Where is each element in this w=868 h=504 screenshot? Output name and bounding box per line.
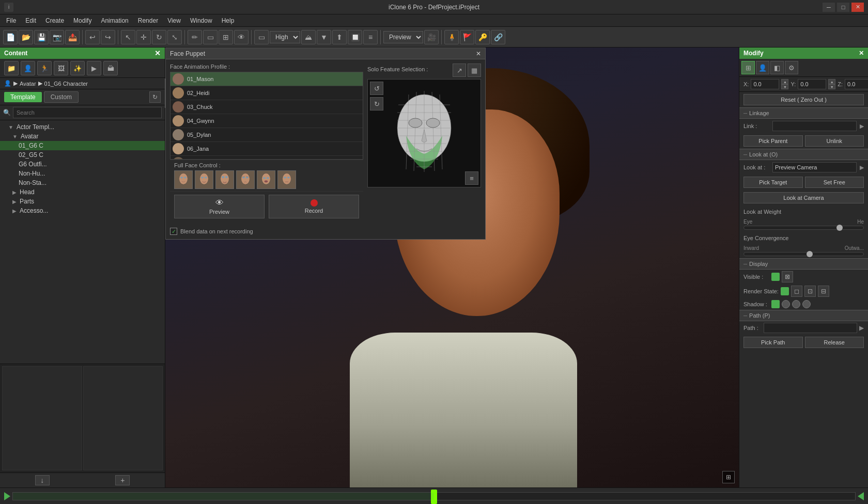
solo-reset-btn[interactable]: ↻ bbox=[370, 97, 383, 111]
profile-item-more[interactable]: ... bbox=[171, 156, 363, 160]
display-divider[interactable]: ─ Display bbox=[739, 258, 868, 270]
profile-item-dylan[interactable]: 05_Dylan bbox=[171, 128, 363, 142]
y-spin-down[interactable]: ▼ bbox=[828, 84, 835, 89]
content-icon-motion[interactable]: 🏃 bbox=[37, 61, 52, 75]
menu-edit[interactable]: Edit bbox=[21, 16, 40, 25]
menu-create[interactable]: Create bbox=[41, 16, 68, 25]
shadow-green-btn[interactable] bbox=[771, 300, 780, 308]
menu-render[interactable]: Render bbox=[134, 16, 162, 25]
convergence-track[interactable] bbox=[743, 252, 864, 256]
breadcrumb-g6[interactable]: 01_G6 Character bbox=[44, 81, 88, 87]
timeline-slider[interactable] bbox=[12, 492, 856, 500]
tree-item-accessories[interactable]: ▶ Accesso... bbox=[0, 206, 165, 215]
render-green-btn[interactable] bbox=[781, 287, 789, 295]
toolbar-link[interactable]: 🔗 bbox=[491, 30, 505, 44]
tree-item-g6outfit[interactable]: G6 Outfi... bbox=[0, 160, 165, 169]
blend-checkbox[interactable] bbox=[170, 228, 177, 235]
toolbar-move[interactable]: ✛ bbox=[136, 30, 151, 44]
solo-export-btn[interactable]: ↗ bbox=[453, 64, 466, 77]
menu-view[interactable]: View bbox=[163, 16, 185, 25]
face-thumb-2[interactable] bbox=[195, 170, 213, 189]
tree-item-parts[interactable]: ▶ Parts bbox=[0, 197, 165, 206]
content-icon-folder[interactable]: 📁 bbox=[4, 61, 19, 75]
render-cube-btn[interactable]: ◻ bbox=[791, 286, 802, 297]
quality-dropdown[interactable]: High bbox=[270, 31, 300, 43]
tree-item-head[interactable]: ▶ Head bbox=[0, 187, 165, 197]
content-icon-effect[interactable]: ✨ bbox=[70, 61, 85, 75]
mod-icon-physics[interactable]: ⚙ bbox=[785, 61, 798, 74]
pick-target-btn[interactable]: Pick Target bbox=[743, 177, 803, 188]
face-thumb-3[interactable] bbox=[215, 170, 234, 189]
look-at-input[interactable] bbox=[772, 162, 857, 172]
render-solid-btn[interactable]: ⊟ bbox=[818, 286, 829, 297]
face-thumb-1[interactable] bbox=[174, 170, 193, 189]
toolbar-up[interactable]: ⬆ bbox=[332, 30, 347, 44]
toolbar-char[interactable]: 🧍 bbox=[444, 30, 459, 44]
menu-modify[interactable]: Modify bbox=[69, 16, 96, 25]
shadow-circle2-btn[interactable] bbox=[792, 300, 800, 308]
record-button[interactable]: Record bbox=[269, 195, 359, 218]
x-input[interactable] bbox=[751, 79, 779, 89]
preview-dropdown[interactable]: Preview bbox=[383, 31, 423, 43]
viewport[interactable]: Fps: 60.00 Face Puppet ✕ Face Animation … bbox=[165, 48, 739, 487]
eye-weight-track[interactable] bbox=[743, 226, 864, 230]
mod-icon-avatar[interactable]: 👤 bbox=[756, 61, 769, 74]
profile-item-jana[interactable]: 06_Jana bbox=[171, 142, 363, 156]
toolbar-rotate[interactable]: ↻ bbox=[152, 30, 166, 44]
set-free-btn[interactable]: Set Free bbox=[805, 177, 864, 188]
x-spin-down[interactable]: ▼ bbox=[781, 84, 788, 89]
solo-rotate-btn[interactable]: ↺ bbox=[370, 82, 383, 95]
profile-item-chuck[interactable]: 03_Chuck bbox=[171, 100, 363, 114]
solo-import-btn[interactable]: ▦ bbox=[468, 64, 481, 77]
unlink-btn[interactable]: Unlink bbox=[805, 135, 864, 147]
solo-list-btn[interactable]: ≡ bbox=[465, 171, 478, 185]
menu-file[interactable]: File bbox=[2, 16, 20, 25]
profile-item-heidi[interactable]: 02_Heidi bbox=[171, 86, 363, 100]
tree-item-g6c[interactable]: 01_G6 C bbox=[0, 141, 165, 150]
minimize-button[interactable]: ─ bbox=[823, 3, 835, 12]
toolbar-select[interactable]: ↖ bbox=[121, 30, 135, 44]
menu-window[interactable]: Window bbox=[186, 16, 216, 25]
toolbar-save[interactable]: 💾 bbox=[34, 30, 49, 44]
linkage-divider[interactable]: ─ Linkage bbox=[739, 107, 868, 119]
tree-item-nonsta[interactable]: Non-Sta... bbox=[0, 178, 165, 187]
toolbar-open[interactable]: 📂 bbox=[19, 30, 33, 44]
content-icon-media[interactable]: ▶ bbox=[87, 61, 101, 75]
toolbar-cam[interactable]: 🎥 bbox=[424, 30, 439, 44]
look-at-arrow[interactable]: ▶ bbox=[860, 164, 864, 171]
toolbar-terrain[interactable]: ⛰ bbox=[301, 30, 316, 44]
convergence-thumb[interactable] bbox=[807, 251, 813, 257]
face-thumb-5[interactable] bbox=[257, 170, 275, 189]
mod-icon-transform[interactable]: ⊞ bbox=[741, 61, 755, 74]
content-icon-scene[interactable]: 🏔 bbox=[103, 61, 118, 75]
shadow-circle3-btn[interactable] bbox=[802, 300, 811, 308]
toolbar-terrain2[interactable]: ▼ bbox=[317, 30, 331, 44]
toolbar-new[interactable]: 📄 bbox=[3, 30, 18, 44]
x-spin-up[interactable]: ▲ bbox=[781, 79, 788, 84]
tab-template[interactable]: Template bbox=[4, 92, 42, 102]
content-icon-image[interactable]: 🖼 bbox=[54, 61, 68, 75]
pick-path-btn[interactable]: Pick Path bbox=[743, 337, 803, 348]
toolbar-undo[interactable]: ↩ bbox=[85, 30, 100, 44]
pick-parent-btn[interactable]: Pick Parent bbox=[743, 135, 803, 147]
search-input[interactable] bbox=[13, 107, 162, 118]
release-btn[interactable]: Release bbox=[805, 337, 864, 348]
toolbar-key[interactable]: 🔑 bbox=[475, 30, 490, 44]
visible-gray-btn[interactable]: ⊠ bbox=[782, 271, 793, 282]
close-button[interactable]: ✕ bbox=[851, 3, 864, 12]
tree-item-g5c[interactable]: 02_G5 C bbox=[0, 150, 165, 160]
tab-custom[interactable]: Custom bbox=[44, 91, 79, 103]
profile-item-mason[interactable]: 01_Mason bbox=[171, 72, 363, 86]
toolbar-box[interactable]: ▭ bbox=[203, 30, 218, 44]
profile-list[interactable]: 01_Mason 02_Heidi 03_Chuck 04_Gwynn bbox=[170, 72, 363, 160]
toolbar-export[interactable]: 📤 bbox=[65, 30, 80, 44]
modify-close[interactable]: ✕ bbox=[859, 50, 864, 57]
viewport-overlay-btn[interactable]: ⊞ bbox=[722, 471, 735, 483]
mod-icon-material[interactable]: ◧ bbox=[770, 61, 784, 74]
content-bottom-add[interactable]: + bbox=[115, 475, 130, 485]
render-wire-btn[interactable]: ⊡ bbox=[804, 286, 816, 297]
tree-item-avatar[interactable]: ▼ Avatar bbox=[0, 132, 165, 141]
maximize-button[interactable]: □ bbox=[837, 3, 849, 12]
content-panel-close[interactable]: ✕ bbox=[154, 49, 161, 57]
face-puppet-close[interactable]: ✕ bbox=[476, 50, 481, 57]
